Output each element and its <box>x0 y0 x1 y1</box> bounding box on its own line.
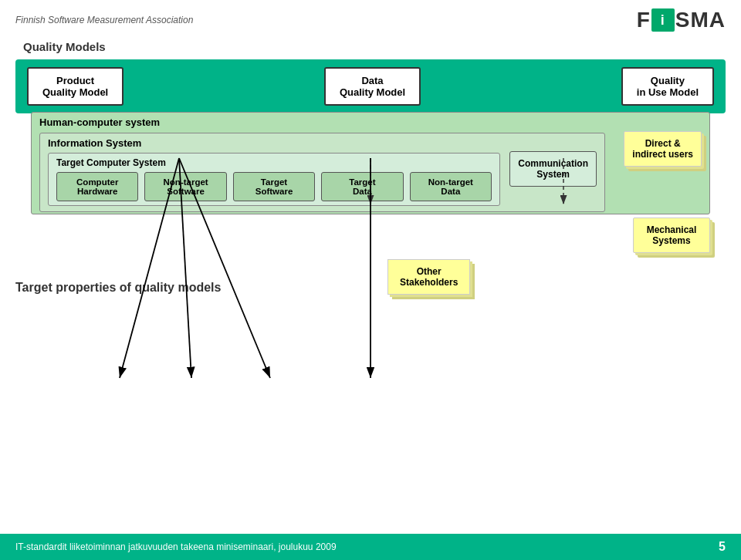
mechanical-systems-note: MechanicalSystems <box>633 218 710 253</box>
is-label: Information System <box>48 137 597 149</box>
communication-system-box: CommunicationSystem <box>509 151 597 187</box>
hcs-layer: Human-computer system Information System… <box>31 112 710 214</box>
is-inner-row: Target Computer System ComputerHardware … <box>48 149 597 211</box>
computer-hardware-box: ComputerHardware <box>56 172 138 201</box>
diagram-area: Quality Models ProductQuality Model Data… <box>0 36 741 253</box>
product-quality-model-box: ProductQuality Model <box>27 67 124 106</box>
right-col: Direct &indirect users <box>613 131 702 214</box>
hcs-label: Human-computer system <box>39 116 702 128</box>
data-quality-model-box: DataQuality Model <box>324 67 421 106</box>
main-diagram: Human-computer system Information System… <box>31 112 710 253</box>
footer-text: IT-standardit liiketoiminnan jatkuvuuden… <box>15 541 337 552</box>
is-row: Information System Target Computer Syste… <box>39 131 702 214</box>
non-target-data-box: Non-targetData <box>410 172 492 201</box>
logo-icon: i <box>651 8 675 32</box>
other-stakeholders-col: OtherStakeholders <box>387 259 470 295</box>
tcs-layer: Target Computer System ComputerHardware … <box>48 151 500 207</box>
logo-sma: SMA <box>675 8 726 32</box>
other-stakeholders-note: OtherStakeholders <box>387 259 470 295</box>
non-target-software-box: Non-targetSoftware <box>144 172 226 201</box>
is-layer: Information System Target Computer Syste… <box>39 131 605 214</box>
header: Finnish Software Measurement Association… <box>0 0 741 36</box>
tcs-boxes: ComputerHardware Non-targetSoftware Targ… <box>56 172 492 201</box>
org-name: Finnish Software Measurement Association <box>15 15 193 25</box>
is-layer-box: Information System Target Computer Syste… <box>39 133 605 212</box>
top-bar: ProductQuality Model DataQuality Model Q… <box>15 59 726 113</box>
tcs-label: Target Computer System <box>56 157 492 168</box>
comm-col: CommunicationSystem <box>508 151 597 187</box>
bottom-left-text: Target properties of quality models <box>15 281 221 295</box>
target-software-box: TargetSoftware <box>233 172 315 201</box>
footer: IT-standardit liiketoiminnan jatkuvuuden… <box>0 534 741 560</box>
target-data-box: TargetData <box>321 172 403 201</box>
direct-indirect-users-note: Direct &indirect users <box>624 131 702 167</box>
tcs-layer-box: Target Computer System ComputerHardware … <box>48 153 500 206</box>
bottom-section: Target properties of quality models Othe… <box>0 253 741 299</box>
quality-models-label: Quality Models <box>15 40 726 53</box>
logo: FiSMA <box>637 8 726 32</box>
logo-fi: F <box>637 8 651 32</box>
quality-in-use-model-box: Qualityin Use Model <box>621 67 714 106</box>
footer-page: 5 <box>719 540 726 554</box>
